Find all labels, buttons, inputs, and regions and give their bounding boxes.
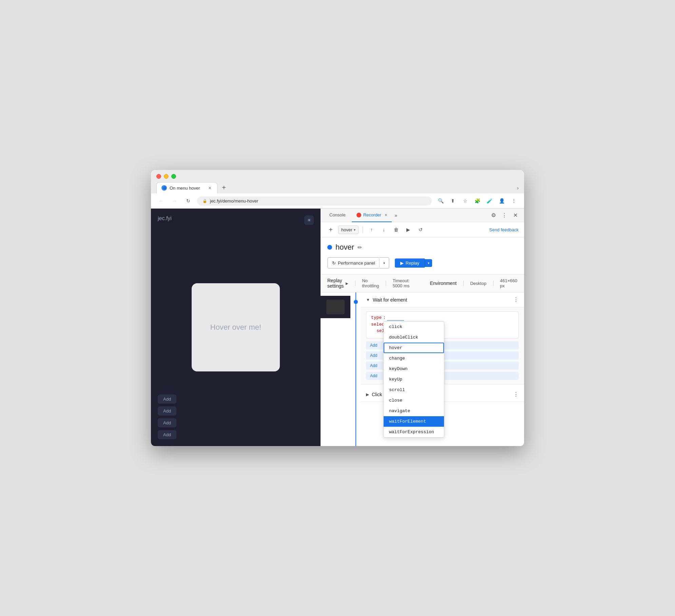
extensions-icon[interactable]: 🧩 [473,196,482,206]
new-tab-button[interactable]: + [219,183,229,193]
lab-icon[interactable]: 🧪 [485,196,494,206]
chrome-menu-icon[interactable]: ⋮ [509,196,519,206]
replay-main-button[interactable]: ▶ Replay [395,258,425,268]
type-input[interactable] [387,315,404,321]
tab-bar: 🔵 On menu hover ✕ + › [156,182,519,193]
devtools-panel: Console Recorder × » ⚙ ⋮ ✕ + hover ▾ [321,209,524,446]
main-content: jec.fyi ☀ Hover over me! Add Add Add Add… [151,209,524,446]
perf-panel-icon: ↻ [332,261,336,266]
recording-select[interactable]: hover ▾ [338,226,359,234]
center-timeline [351,292,361,446]
tab-recorder[interactable]: Recorder × [352,209,392,222]
hover-card-text: Hover over me! [210,323,261,332]
dropdown-item-waitforexpression[interactable]: waitForExpression [384,427,444,437]
dropdown-item-hover[interactable]: hover [384,343,444,353]
step-wait-for-element-title: Wait for element [373,297,407,303]
no-throttling-label: No throttling [362,278,379,288]
step-click-more-icon[interactable]: ⋮ [513,391,519,398]
recording-title-row: hover ✏ [327,243,517,252]
replay-label: Replay [406,261,419,266]
replay-button-group: ▶ Replay ▾ [395,258,432,268]
replay-dropdown-button[interactable]: ▾ [425,259,432,267]
browser-tab[interactable]: 🔵 On menu hover ✕ [156,182,217,193]
desktop-label: Desktop [470,281,486,286]
reload-button[interactable]: ↻ [184,196,193,206]
url-text: jec.fyi/demo/menu-hover [210,198,258,204]
devtools-more-tabs-icon[interactable]: » [393,213,399,218]
bookmark-icon[interactable]: ☆ [460,196,470,206]
send-feedback-link[interactable]: Send feedback [489,227,519,232]
share-icon[interactable]: ⬆ [448,196,458,206]
edit-name-icon[interactable]: ✏ [358,244,362,251]
recording-select-chevron-icon: ▾ [354,228,355,232]
browser-window: 🔵 On menu hover ✕ + › ← → ↻ 🔒 jec.fyi/de… [151,170,524,446]
devtools-more-menu-icon[interactable]: ⋮ [500,211,509,220]
type-field-row: type : [371,315,514,321]
performance-panel-dropdown-button[interactable]: ▾ [380,257,389,268]
type-colon: : [383,315,386,320]
forward-button[interactable]: → [170,196,179,206]
devtools-close-icon[interactable]: ✕ [510,211,520,220]
maximize-button[interactable] [171,174,176,179]
type-dropdown-menu[interactable]: click doubleClick hover change keyDown k… [383,321,444,438]
url-bar[interactable]: 🔒 jec.fyi/demo/menu-hover [197,196,432,206]
dropdown-item-keyup[interactable]: keyUp [384,374,444,385]
add-recording-button[interactable]: + [326,225,335,234]
more-tabs-button[interactable]: › [517,185,519,193]
recording-header: hover ✏ ↻ Performance panel ▾ ▶ [321,237,524,274]
recording-actions: ↻ Performance panel ▾ ▶ Replay ▾ [327,257,517,269]
address-bar: ← → ↻ 🔒 jec.fyi/demo/menu-hover 🔍 ⬆ ☆ 🧩 … [151,193,524,209]
traffic-lights [156,174,519,179]
step-wait-for-element: ▼ Wait for element ⋮ type : [361,292,524,384]
play-recording-button[interactable]: ▶ [404,225,413,234]
timeline-line [355,292,356,446]
perf-panel-label: Performance panel [338,261,375,266]
theme-toggle-button[interactable]: ☀ [304,215,314,225]
recorder-dot-icon [356,213,361,217]
delete-recording-button[interactable]: 🗑 [391,225,401,234]
recording-select-label: hover [341,227,352,232]
add-button-3[interactable]: Add [158,418,176,427]
timeout-label: Timeout: 5000 ms [392,278,409,288]
browser-toolbar-icons: 🔍 ⬆ ☆ 🧩 🧪 👤 ⋮ [436,196,519,206]
dropdown-item-change[interactable]: change [384,353,444,364]
upload-recording-button[interactable]: ↑ [367,225,377,234]
dropdown-item-navigate[interactable]: navigate [384,406,444,416]
download-recording-button[interactable]: ↓ [379,225,389,234]
minimize-button[interactable] [164,174,169,179]
add-button-4[interactable]: Add [158,430,176,439]
dropdown-item-scroll[interactable]: scroll [384,385,444,395]
tab-close-button[interactable]: ✕ [207,185,212,191]
dropdown-item-click[interactable]: click [384,322,444,332]
replay-history-button[interactable]: ↺ [416,225,425,234]
performance-panel-button[interactable]: ↻ Performance panel [328,257,380,268]
replay-settings-button[interactable]: Replay settings ▶ [327,278,348,289]
devtools-gear-icon[interactable]: ⚙ [489,211,498,220]
webpage-panel: jec.fyi ☀ Hover over me! Add Add Add Add [151,209,321,446]
dropdown-item-waitforelement[interactable]: waitForElement [384,416,444,427]
close-button[interactable] [156,174,161,179]
hover-card: Hover over me! [192,283,280,371]
recording-status-dot [327,245,332,250]
profile-icon[interactable]: 👤 [497,196,506,206]
tab-console[interactable]: Console [325,209,350,222]
step-more-menu-icon[interactable]: ⋮ [513,296,519,303]
step-expand-icon: ▼ [366,297,370,302]
tab-recorder-close-icon[interactable]: × [385,213,387,217]
settings-row: Replay settings ▶ No throttling Timeout:… [327,278,517,289]
step-wait-for-element-content: type : selectors : sel [361,307,524,384]
dropdown-item-keydown[interactable]: keyDown [384,364,444,374]
steps-area: ▼ Wait for element ⋮ type : [321,292,524,446]
search-icon[interactable]: 🔍 [436,196,445,206]
steps-list: ▼ Wait for element ⋮ type : [361,292,524,446]
dropdown-item-close[interactable]: close [384,395,444,406]
step-wait-for-element-header[interactable]: ▼ Wait for element ⋮ [361,292,524,307]
type-key: type [371,315,382,320]
replay-settings-label: Replay settings [327,278,344,289]
back-button[interactable]: ← [156,196,166,206]
dropdown-item-doubleclick[interactable]: doubleClick [384,332,444,343]
replay-play-icon: ▶ [400,261,404,266]
add-button-2[interactable]: Add [158,406,176,416]
add-button-1[interactable]: Add [158,394,176,404]
replay-settings-chevron-icon: ▶ [346,282,348,285]
